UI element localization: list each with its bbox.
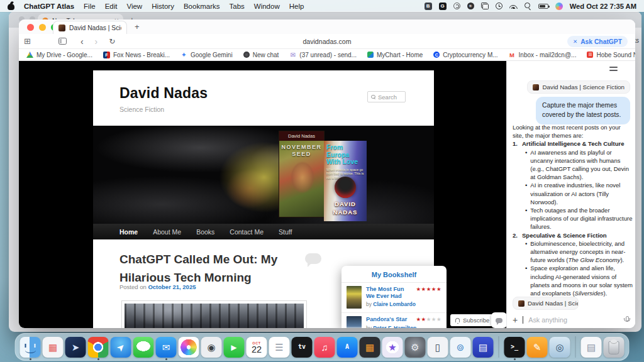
dock-trash[interactable]	[604, 337, 625, 358]
text-caret	[523, 316, 523, 324]
dock-mail[interactable]: ✉	[156, 337, 177, 358]
dock-facetime[interactable]: ►	[224, 337, 245, 358]
attach-plus-icon[interactable]: +	[513, 315, 518, 324]
dock-launchpad[interactable]: ▦	[43, 337, 64, 358]
dock-calendar[interactable]: OCT22	[247, 337, 267, 358]
menu-bookmarks[interactable]: Bookmarks	[184, 3, 220, 10]
book-title-link[interactable]: Pandora's Star	[366, 316, 414, 323]
spotlight-icon[interactable]	[525, 3, 531, 9]
bookmark-item-5[interactable]: MyChart - Home	[367, 52, 423, 58]
chat-input[interactable]: Ask anything	[528, 316, 619, 324]
theme-heading: 1.Artificial Intelligence & Tech Culture	[513, 140, 633, 148]
reload-icon[interactable]: ↻	[109, 37, 115, 46]
forward-icon[interactable]: ›	[95, 36, 98, 47]
post-title[interactable]: ChatGPT Called Me Out: My Hilarious Tech…	[119, 250, 314, 287]
site-search-input[interactable]: Search	[367, 91, 406, 102]
comment-bubble-icon[interactable]	[305, 253, 321, 264]
page-context-chip[interactable]: David Nadas | Science Fiction	[527, 80, 630, 94]
siri-icon[interactable]	[555, 3, 563, 10]
bookmark-item-7[interactable]: Inbox - mail2dcn@...	[509, 52, 577, 58]
dock-music[interactable]: ♫	[314, 337, 335, 358]
dock-reminders[interactable]: ☰	[269, 337, 290, 358]
dock-paper-plane-app[interactable]: ➤	[65, 337, 86, 358]
active-tab[interactable]: David Nadas | Scienc	[53, 21, 127, 34]
dock-divider	[575, 336, 576, 358]
dock-apple-tv[interactable]: tv	[292, 337, 313, 358]
menu-window[interactable]: Window	[254, 3, 280, 10]
dock-app-store[interactable]: A	[337, 337, 358, 358]
bookmark-item-8[interactable]: Hobe Sound Natio...	[587, 52, 635, 58]
dock-document[interactable]: ▤	[581, 337, 602, 358]
nav-stuff[interactable]: Stuff	[279, 228, 292, 236]
tab-title: David Nadas | Scienc	[69, 25, 121, 31]
sidebar-toggle-icon[interactable]	[58, 38, 67, 45]
wifi-icon[interactable]	[509, 3, 518, 9]
g-app-icon[interactable]	[439, 3, 447, 10]
menubar-clock[interactable]: Wed Oct 22 7:35 AM	[570, 3, 636, 10]
bookmark-item-3[interactable]: New chat	[243, 52, 279, 58]
dock-finder[interactable]	[20, 337, 41, 358]
chatgpt-icon[interactable]	[467, 3, 474, 9]
clock-icon[interactable]	[496, 3, 502, 9]
bookmark-item-6[interactable]: Cryptocurrency M...	[433, 52, 497, 58]
close-window-button[interactable]	[27, 24, 34, 31]
dock-network-app[interactable]: ⊚	[450, 337, 471, 358]
dock-terminal[interactable]: >_	[504, 337, 525, 358]
post-date-link[interactable]: October 21, 2025	[148, 283, 196, 290]
menu-edit[interactable]: Edit	[105, 3, 118, 10]
dock-imovie[interactable]: ★	[382, 337, 403, 358]
dock-photos[interactable]	[179, 337, 199, 358]
dock-pages[interactable]: ✎	[527, 337, 548, 358]
bookmark-item-0[interactable]: My Drive - Google...	[26, 52, 92, 58]
minimize-window-button[interactable]	[39, 24, 46, 31]
dock-safari[interactable]: ➤	[111, 337, 131, 358]
dock-printer[interactable]: ▤	[473, 337, 494, 358]
nav-books[interactable]: Books	[196, 228, 214, 236]
apple-menu-icon[interactable]	[8, 2, 14, 10]
menu-help[interactable]: Help	[289, 3, 304, 10]
subscribe-button[interactable]: Subscribe	[450, 314, 494, 326]
window-stack-icon[interactable]	[481, 3, 489, 9]
dock-system-settings[interactable]: ⚙	[405, 337, 426, 358]
address-bar[interactable]: davidnadas.com	[303, 38, 351, 45]
swirl-icon[interactable]	[453, 3, 460, 9]
bookmark-item-2[interactable]: Google Gemini	[180, 52, 233, 58]
book-title-link[interactable]: The Most Fun We Ever Had	[366, 286, 414, 299]
menu-file[interactable]: File	[84, 3, 96, 10]
mic-icon[interactable]	[624, 316, 630, 324]
page-chip-favicon	[533, 84, 539, 90]
bookmark-item-4[interactable]: (37 unread) - send...	[289, 52, 357, 58]
menu-view[interactable]: View	[126, 3, 142, 10]
menu-tabs[interactable]: Tabs	[229, 3, 244, 10]
ask-chatgpt-close-icon[interactable]: ✕	[573, 38, 577, 45]
ask-chatgpt-button[interactable]: ✕ Ask ChatGPT	[567, 36, 628, 47]
nav-about-me[interactable]: About Me	[153, 228, 181, 236]
bookmark-label: Hobe Sound Natio...	[596, 52, 635, 58]
bookmark-label: Fox News - Breaki...	[113, 52, 170, 58]
bitdefender-icon[interactable]	[425, 3, 432, 10]
bottom-context-chip[interactable]: David Nadas | Scie	[513, 297, 579, 310]
new-tab-button[interactable]: +	[135, 22, 140, 31]
dock-preview[interactable]: ◎	[550, 337, 570, 358]
menu-history[interactable]: History	[152, 3, 174, 10]
chatgpt-atlas-window[interactable]: David Nadas | Scienc + ⊞ ‹ › ↻ davidnada…	[19, 19, 635, 328]
menu-bar: ChatGPT Atlas FileEditViewHistoryBookmar…	[0, 0, 644, 12]
site-title[interactable]: David Nadas	[119, 85, 208, 102]
back-icon[interactable]: ‹	[80, 36, 84, 47]
ask-chatgpt-label: Ask ChatGPT	[580, 38, 622, 45]
app-grid-icon[interactable]: ⊞	[24, 36, 31, 46]
cover1-title: NOVEMBER SEED	[279, 144, 324, 158]
battery-icon[interactable]	[538, 4, 548, 9]
dock-screenshot[interactable]: ◉	[201, 337, 222, 358]
sidebar-collapse-icon[interactable]	[609, 67, 618, 72]
dock-calculator[interactable]: ▦	[360, 337, 380, 358]
nav-contact-me[interactable]: Contact Me	[230, 228, 264, 236]
dock-messages[interactable]	[133, 337, 154, 358]
nav-home[interactable]: Home	[119, 228, 138, 236]
menu-app-name[interactable]: ChatGPT Atlas	[24, 3, 74, 10]
cover2-sphere-art	[335, 177, 356, 198]
dock-chrome[interactable]	[88, 337, 109, 358]
dock-iphone-mirroring[interactable]: ▯	[428, 337, 448, 358]
bookmark-item-1[interactable]: Fox News - Breaki...	[103, 52, 170, 58]
site-chat-button[interactable]	[491, 312, 507, 328]
